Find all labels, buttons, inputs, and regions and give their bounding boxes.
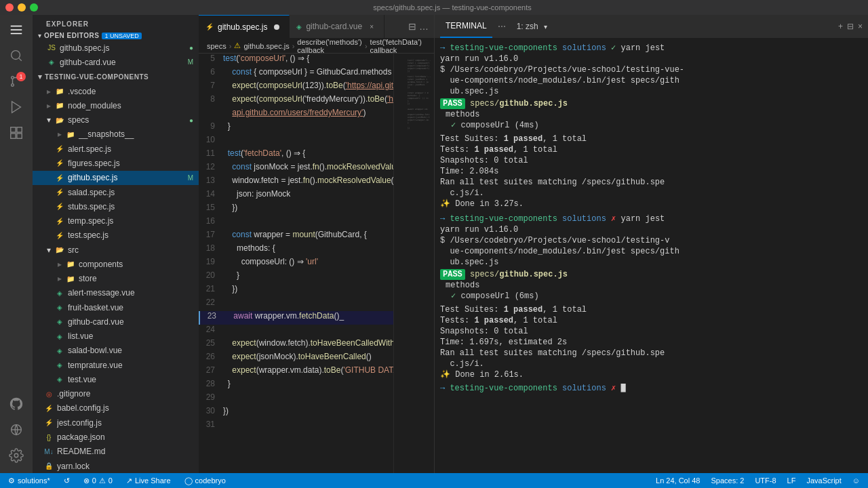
root-folder[interactable]: ▾ TESTING-VUE-COMPONENTS xyxy=(33,70,199,84)
more-actions-icon[interactable]: … xyxy=(419,21,429,32)
svg-point-1 xyxy=(12,77,14,79)
terminal-shell-arrow[interactable]: ▾ xyxy=(544,23,547,30)
salad-bowl-vue[interactable]: ◈ salad-bowl.vue xyxy=(33,344,199,358)
components-folder[interactable]: ▸ 📁 components xyxy=(33,257,199,271)
position-status[interactable]: Ln 24, Col 48 xyxy=(653,476,703,485)
js-icon: ⚡ xyxy=(43,419,54,426)
svg-rect-8 xyxy=(17,134,22,138)
terminal-tab[interactable]: TERMINAL xyxy=(440,15,492,38)
salad-spec-file[interactable]: ⚡ salad.spec.js xyxy=(33,185,199,199)
modified-indicator: ● xyxy=(189,44,193,52)
terminal-body: → testing-vue-components solutions ✓ yar… xyxy=(435,39,868,473)
sync-status[interactable]: ↺ xyxy=(61,476,73,485)
test-spec-file[interactable]: ⚡ test.spec.js xyxy=(33,228,199,243)
terminal-prompt-2: → testing-vue-components solutions ✗ xyxy=(440,214,616,224)
stubs-spec-file[interactable]: ⚡ stubs.spec.js xyxy=(33,199,199,214)
pass-badge: PASS xyxy=(440,98,465,109)
account-status[interactable]: ◯ codebryo xyxy=(182,476,229,485)
language-status[interactable]: JavaScript xyxy=(804,476,844,485)
figures-spec-file[interactable]: ⚡ figures.spec.js xyxy=(33,156,199,170)
svg-rect-6 xyxy=(17,127,22,132)
editor-content: 5 test('composeUrl', () ⇒ { 6 const { co… xyxy=(199,54,434,473)
test-vue[interactable]: ◈ test.vue xyxy=(33,372,199,386)
open-editor-github-card[interactable]: ◈ github-card.vue M xyxy=(33,55,199,69)
terminal-menu-icon[interactable]: ⋯ xyxy=(498,22,506,31)
open-editor-github-spec[interactable]: JS github.spec.js ● xyxy=(33,41,199,55)
close-panel-icon[interactable]: × xyxy=(858,22,863,31)
files-icon[interactable] xyxy=(4,18,28,42)
source-control-icon[interactable]: 1 xyxy=(4,69,28,94)
code-line: 18 methods: { xyxy=(199,243,393,257)
yarn-lock-file[interactable]: 🔒 yarn.lock xyxy=(33,459,199,473)
github-card-vue[interactable]: ◈ github-card.vue xyxy=(33,314,199,329)
github-spec-file[interactable]: ⚡ github.spec.js M xyxy=(33,171,199,185)
settings-icon[interactable] xyxy=(4,443,28,468)
temp-spec-file[interactable]: ⚡ temp.spec.js xyxy=(33,214,199,228)
js-icon: ⚡ xyxy=(54,174,65,182)
open-editor-label: github.spec.js xyxy=(60,43,189,53)
node-modules-folder[interactable]: ▸ 📁 node_modules xyxy=(33,98,199,113)
temprature-vue[interactable]: ◈ temprature.vue xyxy=(33,358,199,372)
fruit-basket-vue[interactable]: ◈ fruit-basket.vue xyxy=(33,300,199,314)
tab-github-card[interactable]: ◈ github-card.vue × xyxy=(290,15,384,38)
tab-close-button[interactable]: × xyxy=(366,21,377,32)
line-ending-status[interactable]: LF xyxy=(785,476,799,485)
github-spec-modified: M xyxy=(188,174,193,182)
position-label: Ln 24, Col 48 xyxy=(656,476,700,485)
encoding-status[interactable]: UTF-8 xyxy=(752,476,778,485)
vscode-folder[interactable]: ▸ 📁 .vscode xyxy=(33,84,199,98)
github-account-icon: ◯ xyxy=(184,476,193,485)
code-line: 15 }) xyxy=(199,203,393,216)
minimize-button[interactable] xyxy=(18,3,26,12)
title-bar: specs/github.spec.js — testing-vue-compo… xyxy=(0,0,868,15)
search-icon[interactable] xyxy=(4,43,28,68)
modified-badge: M xyxy=(188,58,193,66)
split-editor-icon[interactable]: ⊟ xyxy=(408,21,416,32)
store-folder[interactable]: ▸ 📁 store xyxy=(33,271,199,285)
js-icon: ⚡ xyxy=(43,405,54,412)
run-icon[interactable] xyxy=(4,95,28,119)
gitignore-file[interactable]: ◎ .gitignore xyxy=(33,387,199,401)
alert-message-vue[interactable]: ◈ alert-message.vue xyxy=(33,286,199,300)
pass-badge-2: PASS xyxy=(440,269,465,280)
remote-icon[interactable] xyxy=(4,418,28,442)
gitignore-label: .gitignore xyxy=(57,389,199,399)
errors-status[interactable]: ⊗ 0 ⚠ 0 xyxy=(81,476,115,485)
branch-status[interactable]: ⚙ solutions* xyxy=(5,476,53,485)
alert-spec-file[interactable]: ⚡ alert.spec.js xyxy=(33,142,199,156)
maximize-button[interactable] xyxy=(30,3,38,12)
live-share-status[interactable]: ↗ Live Share xyxy=(123,476,174,485)
figures-spec-label: figures.spec.js xyxy=(68,159,199,168)
tab-github-spec[interactable]: ⚡ github.spec.js xyxy=(199,15,290,38)
snapshots-folder[interactable]: ▸ 📁 __snapshots__ xyxy=(33,127,199,142)
live-share-label: Live Share xyxy=(135,476,171,485)
split-terminal-icon[interactable]: ⊟ xyxy=(847,22,854,31)
specs-label: specs xyxy=(68,115,189,125)
src-folder[interactable]: ▾ 📂 src xyxy=(33,243,199,257)
package-json-file[interactable]: {} package.json xyxy=(33,430,199,444)
add-terminal-icon[interactable]: + xyxy=(838,22,843,31)
code-line: 8 expect(composeUrl('freddyMercury')).to… xyxy=(199,94,393,108)
sep-3: › xyxy=(365,42,368,50)
terminal-panel: TERMINAL ⋯ 1: zsh ▾ + ⊟ × → testing-vue-… xyxy=(434,15,868,473)
close-button[interactable] xyxy=(5,3,14,12)
github-icon[interactable] xyxy=(4,392,28,416)
breadcrumb-file[interactable]: github.spec.js xyxy=(243,42,289,50)
specs-folder[interactable]: ▾ 📂 specs ● xyxy=(33,113,199,127)
feedback-status[interactable]: ☺ xyxy=(850,476,863,485)
jest-config-file[interactable]: ⚡ jest.config.js xyxy=(33,415,199,430)
code-line: 21 }) xyxy=(199,284,393,298)
babel-config-file[interactable]: ⚡ babel.config.js xyxy=(33,401,199,415)
breadcrumb-specs[interactable]: specs xyxy=(207,42,226,50)
editor-area: ⚡ github.spec.js ◈ github-card.vue × ⊟ …… xyxy=(199,15,434,473)
code-scroll[interactable]: 5 test('composeUrl', () ⇒ { 6 const { co… xyxy=(199,54,393,473)
breadcrumb-describe[interactable]: describe('methods') callback xyxy=(297,38,362,54)
breadcrumb-test[interactable]: test('fetchData') callback xyxy=(370,38,426,54)
open-editors-header[interactable]: ▾ OPEN EDITORS 1 UNSAVED xyxy=(33,30,199,41)
git-icon: ◎ xyxy=(43,390,54,398)
extensions-icon[interactable] xyxy=(4,121,28,145)
spaces-status[interactable]: Spaces: 2 xyxy=(708,476,747,485)
js-tab-icon: ⚡ xyxy=(205,23,214,30)
list-vue[interactable]: ◈ list.vue xyxy=(33,329,199,344)
readme-file[interactable]: M↓ README.md xyxy=(33,445,199,459)
